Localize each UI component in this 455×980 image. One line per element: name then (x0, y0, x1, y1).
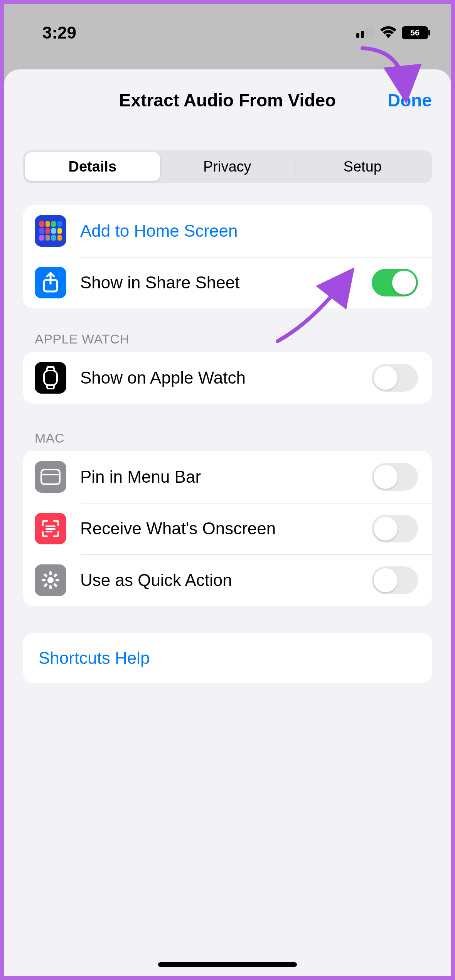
tab-privacy[interactable]: Privacy (160, 152, 295, 181)
group-header-watch: APPLE WATCH (35, 332, 423, 347)
home-screen-icon (35, 215, 66, 247)
svg-rect-2 (366, 29, 369, 38)
row-pin-menu-bar: Pin in Menu Bar (23, 451, 432, 503)
onscreen-icon (35, 513, 66, 544)
battery-icon: 56 (402, 26, 428, 39)
toggle-receive[interactable] (372, 515, 418, 542)
pin-menu-label: Pin in Menu Bar (80, 467, 372, 487)
row-quick-action: Use as Quick Action (23, 554, 432, 606)
share-icon (35, 267, 66, 298)
svg-rect-17 (44, 583, 48, 587)
svg-rect-12 (49, 571, 52, 575)
nav-title: Extract Audio From Video (119, 90, 336, 111)
svg-rect-6 (41, 470, 60, 484)
tab-privacy-label: Privacy (203, 158, 251, 175)
group-general: Add to Home Screen Show in Share Sheet (23, 205, 432, 308)
group-apple-watch: Show on Apple Watch (23, 352, 432, 404)
apple-watch-label: Show on Apple Watch (80, 368, 372, 387)
svg-rect-5 (44, 370, 57, 385)
group-mac: Pin in Menu Bar Receive What's Onscreen (23, 451, 432, 606)
svg-rect-3 (370, 26, 373, 38)
status-time: 3:29 (42, 23, 76, 42)
svg-point-11 (47, 577, 54, 583)
row-share-sheet: Show in Share Sheet (23, 257, 432, 308)
done-button[interactable]: Done (388, 90, 432, 111)
receive-label: Receive What's Onscreen (80, 519, 372, 538)
home-indicator (158, 962, 297, 967)
svg-rect-15 (56, 579, 59, 581)
segmented-control[interactable]: Details Privacy Setup (23, 150, 432, 183)
share-sheet-label: Show in Share Sheet (80, 273, 372, 292)
group-header-mac: MAC (35, 431, 423, 446)
quick-action-label: Use as Quick Action (80, 571, 372, 590)
toggle-quick-action[interactable] (372, 566, 418, 594)
svg-rect-16 (53, 573, 57, 578)
tab-details[interactable]: Details (25, 152, 160, 181)
toggle-apple-watch[interactable] (372, 364, 418, 392)
wifi-icon (379, 25, 397, 40)
row-shortcuts-help[interactable]: Shortcuts Help (23, 633, 432, 683)
nav-bar: Extract Audio From Video Done (4, 85, 451, 116)
svg-rect-13 (49, 585, 52, 589)
status-bar: 3:29 56 (4, 4, 451, 66)
shortcuts-help-label: Shortcuts Help (39, 648, 416, 668)
menu-bar-icon (35, 461, 66, 493)
svg-rect-1 (361, 31, 364, 38)
status-icons: 56 (356, 25, 428, 40)
tab-details-label: Details (68, 158, 116, 175)
svg-rect-18 (44, 573, 48, 578)
toggle-share-sheet[interactable] (372, 269, 418, 296)
tab-setup-label: Setup (344, 158, 382, 175)
toggle-pin-menu[interactable] (372, 463, 418, 491)
add-to-home-label: Add to Home Screen (80, 221, 418, 241)
row-apple-watch: Show on Apple Watch (23, 352, 432, 404)
settings-sheet: Extract Audio From Video Done Details Pr… (4, 69, 451, 976)
group-help: Shortcuts Help (23, 633, 432, 683)
cellular-icon (356, 26, 375, 39)
gear-icon (35, 564, 66, 596)
tab-setup[interactable]: Setup (295, 152, 430, 181)
svg-rect-14 (42, 579, 46, 581)
phone-frame: 3:29 56 (4, 4, 451, 976)
row-receive-onscreen: Receive What's Onscreen (23, 503, 432, 554)
svg-rect-0 (356, 33, 359, 38)
battery-percent: 56 (410, 28, 420, 38)
row-add-to-home[interactable]: Add to Home Screen (23, 205, 432, 257)
apple-watch-icon (35, 362, 66, 394)
svg-rect-19 (53, 583, 57, 587)
